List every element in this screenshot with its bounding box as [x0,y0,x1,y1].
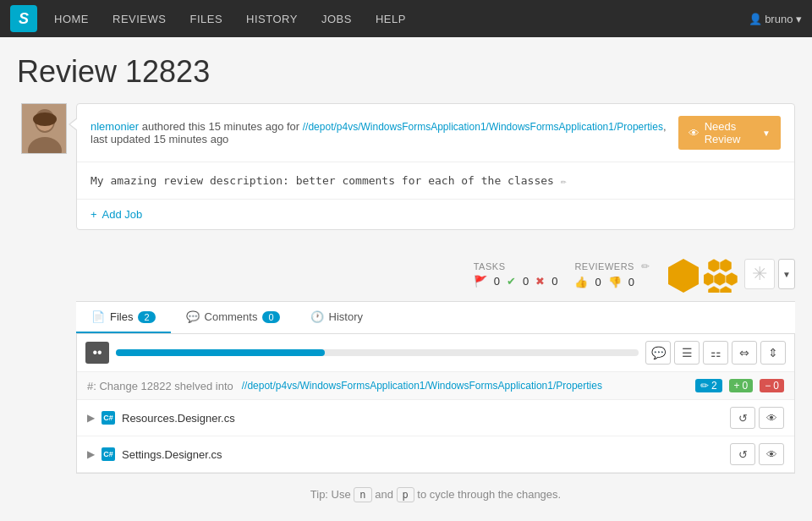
app-logo[interactable]: S [10,5,37,32]
plus-count-icon: + [734,380,740,392]
review-author-info: nlemonier authored this 15 minutes ago f… [91,120,678,145]
nav-history[interactable]: HISTORY [236,8,308,30]
tip-key-p: p [397,487,414,502]
avatar [21,103,67,154]
count-green: + 0 [729,379,754,392]
tip-text-before: Tip: Use [310,488,354,501]
tab-files-badge: 2 [138,311,155,323]
svg-marker-10 [714,272,726,286]
review-meta-row: Tasks 🚩 0 ✔ 0 ✖ 0 Reviewers ✏ [76,247,795,301]
navbar: S HOME REVIEWS FILES HISTORY JOBS HELP 👤… [0,0,812,37]
tasks-counts: 🚩 0 ✔ 0 ✖ 0 [474,275,558,288]
progress-bar-fill [116,349,325,356]
file-1-refresh-btn[interactable]: ↺ [730,443,755,465]
tab-history[interactable]: 🕐 History [295,302,378,333]
pencil-count-icon: ✏ [700,380,709,392]
file-0-refresh-btn[interactable]: ↺ [730,407,755,429]
tabs-row: 📄 Files 2 💬 Comments 0 🕐 History [76,301,795,334]
review-card-header: nlemonier authored this 15 minutes ago f… [77,104,794,162]
file-1-actions: ↺ 👁 [730,443,784,465]
reviewers-up-count: 0 [595,276,601,288]
blue-count-val: 2 [711,380,717,392]
toolbar-dots-button[interactable]: •• [85,342,109,364]
file-0-view-btn[interactable]: 👁 [759,407,784,429]
username: bruno [765,13,793,25]
status-badge[interactable]: 👁 Needs Review ▼ [678,116,781,150]
navbar-left: S HOME REVIEWS FILES HISTORY JOBS HELP [10,5,416,32]
changelist-counts: ✏ 2 + 0 − 0 [695,379,784,392]
depot-link[interactable]: //depot/p4vs/WindowsFormsApplication1/Wi… [303,121,663,133]
diff-btn[interactable]: ⇔ [732,341,757,365]
file-0-name: Resources.Designer.cs [122,412,235,425]
reviewers-label-text: Reviewers [574,261,634,271]
changelist-link[interactable]: //depot/p4vs/WindowsFormsApplication1/Wi… [242,380,602,392]
review-card-outer: nlemonier authored this 15 minutes ago f… [76,103,795,516]
user-icon: 👤 [749,13,765,25]
honeycomb-svg [704,255,741,293]
nav-help[interactable]: HELP [365,8,416,30]
nav-links: HOME REVIEWS FILES HISTORY JOBS HELP [44,8,416,30]
tab-history-label: History [329,310,363,323]
file-1-name: Settings.Designer.cs [122,448,222,461]
changelist-prefix: #: Change 12822 shelved into [87,380,233,392]
nav-reviews[interactable]: REVIEWS [102,8,176,30]
tip-row: Tip: Use n and p to cycle through the ch… [76,474,795,516]
add-job-button[interactable]: + Add Job [77,200,794,229]
description-text: My amazing review description: better co… [91,174,554,187]
reviewers-section: Reviewers ✏ 👍 0 👎 0 [574,260,650,288]
edit-reviewers-icon[interactable]: ✏ [641,260,650,272]
eye-icon: 👁 [689,127,700,140]
reviewers-counts: 👍 0 👎 0 [574,276,634,288]
times-icon: ✖ [535,275,545,288]
add-job-label: Add Job [102,208,143,221]
review-description: My amazing review description: better co… [77,162,794,200]
file-1-view-btn[interactable]: 👁 [759,443,784,465]
red-count-val: 0 [773,380,779,392]
changelist-left: #: Change 12822 shelved into //depot/p4v… [87,380,602,392]
edit-description-icon[interactable]: ✏ [561,175,567,187]
review-section: nlemonier authored this 15 minutes ago f… [17,103,795,516]
thumb-up-icon: 👍 [574,276,588,288]
tip-text-middle: and [375,488,396,501]
thumb-down-icon: 👎 [608,276,622,288]
files-section: •• 💬 ☰ ⚏ ⇔ ⇕ #: Change 12822 sh [76,334,795,474]
nav-files[interactable]: FILES [179,8,233,30]
svg-marker-13 [720,286,732,293]
user-menu[interactable]: 👤 bruno ▾ [749,13,803,25]
avatar-image [22,104,67,154]
plus-icon: + [91,208,97,221]
tab-files-label: Files [110,310,133,323]
side-by-side-btn[interactable]: ⚏ [703,341,728,365]
review-title: Review 12823 [17,54,795,90]
file-row-1: ▶ C# Settings.Designer.cs ↺ 👁 [77,436,794,473]
tasks-times-count: 0 [551,275,557,288]
honeycomb-icon [704,255,741,293]
green-count-val: 0 [743,380,749,392]
reviewer-hex-avatar: ⬡ [667,257,700,291]
count-red: − 0 [760,379,784,392]
file-1-chevron[interactable]: ▶ [87,448,95,460]
svg-marker-7 [708,259,720,272]
files-icon: 📄 [91,310,105,323]
author-link[interactable]: nlemonier [91,120,139,133]
nav-home[interactable]: HOME [44,8,99,30]
tab-files[interactable]: 📄 Files 2 [76,302,171,333]
svg-marker-8 [720,259,732,272]
file-1-icon: C# [102,447,115,461]
asterisk-icon: ✳ [744,259,775,289]
reviewers-dropdown[interactable]: ▼ [778,259,795,289]
svg-point-4 [33,112,57,126]
progress-bar [116,349,639,356]
file-0-chevron[interactable]: ▶ [87,412,95,424]
tip-key-n: n [354,487,371,502]
list-view-btn[interactable]: ☰ [674,341,700,365]
svg-marker-11 [726,272,738,286]
reviewer-avatars: ⬡ [667,255,795,293]
tasks-check-count: 0 [523,275,529,288]
nav-jobs[interactable]: JOBS [311,8,362,30]
collapse-btn[interactable]: ⇕ [760,341,786,365]
flag-icon: 🚩 [474,275,487,288]
tab-comments[interactable]: 💬 Comments 0 [171,302,295,333]
comment-toolbar-btn[interactable]: 💬 [645,341,671,365]
changelist-row: #: Change 12822 shelved into //depot/p4v… [77,372,794,400]
